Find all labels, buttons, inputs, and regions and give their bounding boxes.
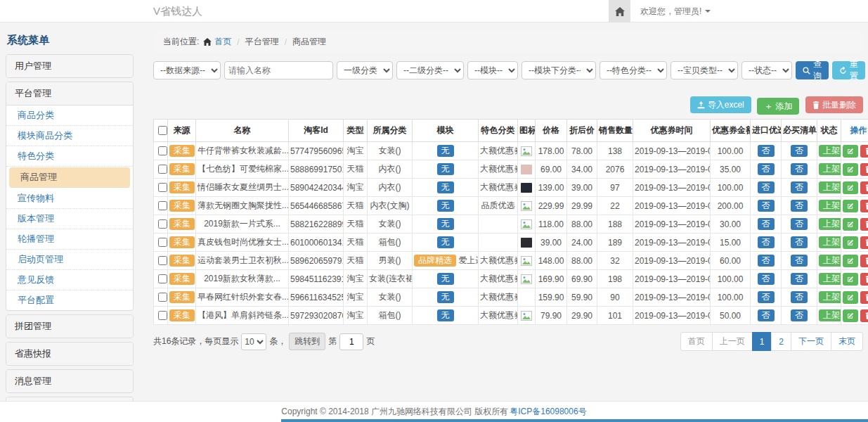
breadcrumb-home-link[interactable]: 首页 (214, 36, 231, 48)
row-checkbox[interactable] (158, 183, 167, 192)
row-checkbox[interactable] (158, 274, 167, 283)
module-subcategory-select[interactable]: --模块下分类-- (522, 61, 596, 79)
home-button[interactable] (609, 0, 630, 23)
sidebar-group-header-4[interactable]: 消息管理 (6, 370, 133, 392)
table-cell: 否 (782, 234, 817, 252)
filter-bar: --数据来源-- 一级分类 --二级分类-- --模块-- --模块下分类-- … (153, 61, 863, 79)
icp-link[interactable]: 粤ICP备16098006号 (510, 406, 586, 418)
sidebar-item[interactable]: 轮播管理 (6, 229, 133, 250)
page-button-上一页[interactable]: 上一页 (712, 332, 753, 351)
select-all-checkbox[interactable] (158, 126, 167, 135)
broken-image-icon (521, 219, 532, 229)
table-row: 采集真皮钱包时尚优雅女士...601000601341天猫箱包()无39.002… (154, 234, 868, 252)
column-header: 进口优选 (751, 120, 782, 142)
edit-button[interactable] (843, 291, 858, 304)
cell-coupon-time: 2019-09-13—2019-09-17 (635, 293, 711, 302)
cell-discount-price: 29.90 (571, 311, 592, 321)
delete-button[interactable] (860, 145, 868, 158)
row-checkbox[interactable] (158, 311, 167, 320)
cell-taoke-id: 598451162391 (290, 274, 344, 284)
user-menu[interactable]: 欢迎您，管理员! (640, 6, 711, 18)
delete-button[interactable] (860, 163, 868, 176)
sidebar-group: 省惠快报 (6, 342, 134, 366)
sidebar-item[interactable]: 商品分类 (6, 106, 133, 126)
cell-category: 男装() (379, 255, 401, 265)
sidebar-group-header-3[interactable]: 省惠快报 (6, 343, 133, 365)
sidebar-item[interactable]: 平台配置 (6, 290, 133, 310)
module-select[interactable]: --模块-- (467, 61, 518, 79)
sidebar-group-header-0[interactable]: 用户管理 (6, 55, 133, 77)
edit-button[interactable] (843, 309, 858, 322)
status-select[interactable]: --状态-- (741, 61, 792, 79)
cell-price: 39.00 (540, 238, 562, 248)
edit-button[interactable] (843, 218, 858, 231)
row-checkbox[interactable] (158, 146, 167, 155)
level2-category-select[interactable]: --二级分类-- (396, 61, 464, 79)
sidebar: 系统菜单 用户管理平台管理商品分类模块商品分类特色分类商品管理宣传物料版本管理轮… (6, 31, 134, 411)
sidebar-group-header-1[interactable]: 平台管理 (6, 82, 133, 106)
reset-button[interactable]: 重置 (832, 61, 865, 79)
row-checkbox[interactable] (158, 165, 167, 174)
table-cell: 588216228899 (289, 215, 344, 234)
delete-button[interactable] (860, 181, 868, 194)
page-button-首页[interactable]: 首页 (680, 332, 713, 351)
source-badge: 采集 (169, 200, 195, 212)
page-number-input[interactable] (339, 333, 363, 350)
edit-button[interactable] (843, 145, 858, 158)
row-checkbox[interactable] (158, 238, 167, 247)
table-cell: 169.90 (536, 270, 567, 288)
sidebar-item[interactable]: 特色分类 (6, 146, 133, 167)
import-icon (697, 101, 705, 109)
delete-button[interactable] (860, 291, 868, 304)
name-search-input[interactable] (224, 61, 333, 79)
jump-to-button[interactable]: 跳转到 (289, 333, 325, 350)
delete-button[interactable] (860, 255, 868, 267)
edit-button[interactable] (843, 163, 858, 176)
bottom-strip (281, 419, 868, 422)
product-thumbnail (521, 183, 532, 193)
edit-button[interactable] (843, 200, 858, 212)
page-button-1[interactable]: 1 (752, 332, 772, 351)
delete-button[interactable] (860, 236, 868, 249)
sidebar-item[interactable]: 意见反馈 (6, 270, 133, 290)
table-cell: 60.00 (711, 252, 751, 270)
sidebar-item[interactable]: 启动页管理 (6, 250, 133, 270)
page-button-下一页[interactable]: 下一页 (791, 332, 831, 351)
sidebar-item[interactable]: 模块商品分类 (6, 126, 133, 146)
table-cell: 否 (782, 197, 817, 215)
table-cell: 24.00 (567, 234, 597, 252)
sidebar-group: 用户管理 (6, 54, 134, 78)
edit-button[interactable] (843, 181, 858, 194)
level1-category-select[interactable]: 一级分类 (337, 61, 393, 79)
table-cell: 淘宝 (344, 142, 368, 160)
import-excel-button[interactable]: 导入excel (690, 96, 751, 113)
sidebar-item[interactable]: 版本管理 (6, 209, 133, 229)
sidebar-group-header-2[interactable]: 拼团管理 (6, 315, 133, 338)
edit-button[interactable] (843, 236, 858, 249)
page-button-2[interactable]: 2 (771, 332, 791, 351)
sidebar-item[interactable]: 商品管理 (9, 167, 130, 188)
edit-button[interactable] (843, 273, 858, 286)
edit-button[interactable] (843, 255, 858, 267)
row-checkbox[interactable] (158, 201, 167, 210)
row-checkbox[interactable] (158, 219, 167, 229)
row-checkbox[interactable] (158, 256, 167, 265)
delete-button[interactable] (860, 218, 868, 231)
feature-category-select[interactable]: --特色分类-- (600, 61, 667, 79)
page-button-末页[interactable]: 末页 (831, 332, 863, 351)
sidebar-item[interactable]: 宣传物料 (6, 188, 133, 209)
data-source-select[interactable]: --数据来源-- (153, 61, 221, 79)
add-button[interactable]: ＋ 添加 (757, 98, 799, 115)
row-checkbox[interactable] (158, 293, 167, 302)
delete-button[interactable] (860, 309, 868, 322)
table-cell: 否 (751, 307, 782, 325)
delete-button[interactable] (860, 273, 868, 286)
search-button[interactable]: 查询 (796, 61, 829, 79)
per-page-select[interactable]: 10 (241, 333, 266, 350)
cell-category: 女装() (379, 146, 401, 155)
delete-button[interactable] (860, 200, 868, 212)
must-buy-badge: 否 (791, 145, 808, 157)
batch-delete-button[interactable]: 批量删除 (805, 96, 863, 113)
cell-discount-price: 59.90 (571, 293, 592, 302)
item-type-select[interactable]: --宝贝类型-- (671, 61, 738, 79)
